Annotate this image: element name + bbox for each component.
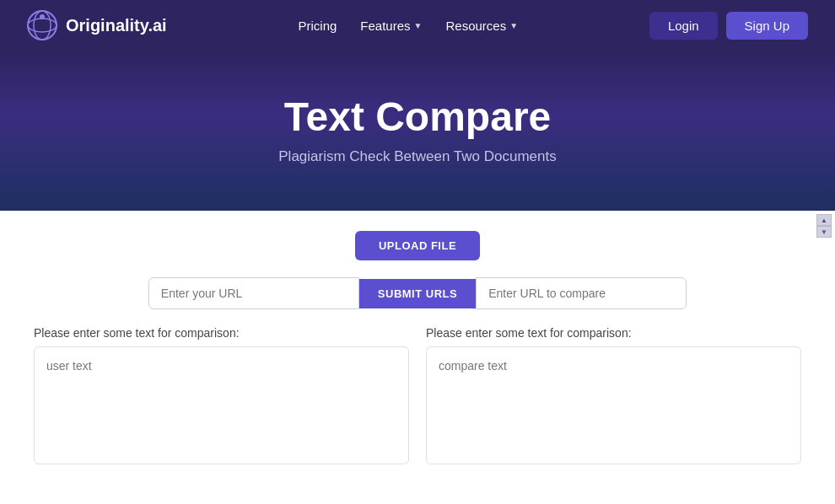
scroll-controls: ▲ ▼ xyxy=(816,214,832,238)
svg-point-3 xyxy=(40,14,45,19)
logo-text: Originality.ai xyxy=(66,16,167,35)
text-areas-section: Please enter some text for comparison: P… xyxy=(34,326,801,468)
signup-button[interactable]: Sign Up xyxy=(726,12,808,40)
logo-link[interactable]: Originality.ai xyxy=(27,10,167,40)
right-text-column: Please enter some text for comparison: xyxy=(426,326,801,468)
nav-links: Pricing Features ▼ Resources ▼ xyxy=(299,19,519,33)
left-label: Please enter some text for comparison: xyxy=(34,326,409,340)
page-title: Text Compare xyxy=(284,94,552,140)
url-input[interactable] xyxy=(148,277,359,309)
left-text-column: Please enter some text for comparison: xyxy=(34,326,409,468)
scroll-down-arrow[interactable]: ▼ xyxy=(816,226,832,238)
nav-buttons: Login Sign Up xyxy=(649,12,808,40)
hero-section: Text Compare Plagiarism Check Between Tw… xyxy=(0,51,835,211)
url-row: SUBMIT URLS xyxy=(34,277,801,309)
nav-link-features[interactable]: Features ▼ xyxy=(360,19,422,33)
compare-text-input[interactable] xyxy=(426,346,801,464)
upload-file-button[interactable]: UPLOAD FILE xyxy=(355,231,480,260)
logo-icon xyxy=(27,10,57,40)
nav-link-pricing[interactable]: Pricing xyxy=(299,19,337,33)
scroll-up-arrow[interactable]: ▲ xyxy=(816,214,832,226)
svg-point-2 xyxy=(28,19,57,32)
upload-row: UPLOAD FILE xyxy=(34,231,801,260)
main-content: ▲ ▼ UPLOAD FILE SUBMIT URLS Please enter… xyxy=(0,211,835,504)
navbar: Originality.ai Pricing Features ▼ Resour… xyxy=(0,0,835,51)
chevron-down-icon: ▼ xyxy=(509,21,518,30)
compare-url-input[interactable] xyxy=(476,277,687,309)
login-button[interactable]: Login xyxy=(649,12,718,40)
page-subtitle: Plagiarism Check Between Two Documents xyxy=(278,148,556,165)
submit-urls-button[interactable]: SUBMIT URLS xyxy=(359,279,476,308)
nav-link-resources[interactable]: Resources ▼ xyxy=(445,19,518,33)
right-label: Please enter some text for comparison: xyxy=(426,326,801,340)
user-text-input[interactable] xyxy=(34,346,409,464)
chevron-down-icon: ▼ xyxy=(414,21,423,30)
